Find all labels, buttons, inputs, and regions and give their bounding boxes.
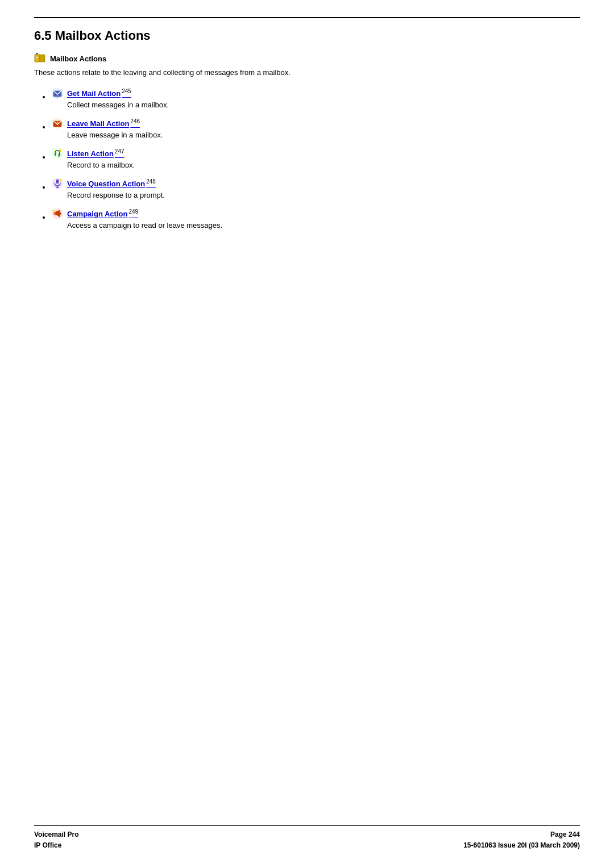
section-header: Mailbox Actions (34, 52, 580, 65)
footer-company: IP Office (34, 840, 78, 851)
svg-point-33 (52, 210, 53, 211)
get-mail-action-link[interactable]: Get Mail Action245 (67, 88, 131, 98)
campaign-icon (51, 207, 64, 220)
item-row: Leave Mail Action246 (51, 117, 580, 130)
item-desc: Record to a mailbox. (67, 161, 580, 169)
item-desc: Record response to a prompt. (67, 191, 580, 199)
list-item: Listen Action247 Record to a mailbox. (51, 147, 580, 169)
voice-question-icon (51, 177, 64, 190)
leave-mail-icon (51, 117, 64, 130)
svg-point-16 (59, 149, 61, 152)
svg-rect-2 (36, 56, 38, 59)
svg-point-35 (53, 210, 55, 211)
svg-rect-22 (56, 180, 59, 183)
get-mail-icon (51, 87, 64, 99)
page-container: 6.5 Mailbox Actions Mailbox Actions Thes… (0, 0, 614, 868)
list-item: Leave Mail Action246 Leave message in a … (51, 117, 580, 139)
footer-issue: 15-601063 Issue 20I (03 March 2009) (463, 840, 580, 851)
campaign-action-link[interactable]: Campaign Action249 (67, 208, 138, 218)
top-border (34, 17, 580, 18)
svg-point-25 (60, 180, 62, 181)
svg-point-34 (52, 212, 53, 213)
list-item: Get Mail Action245 Collect messages in a… (51, 87, 580, 109)
item-desc: Access a campaign to read or leave messa… (67, 221, 580, 229)
svg-rect-32 (54, 212, 56, 215)
svg-rect-15 (59, 153, 60, 156)
item-row: Get Mail Action245 (51, 87, 580, 99)
footer-left: Voicemail Pro IP Office (34, 829, 78, 851)
footer-right: Page 244 15-601063 Issue 20I (03 March 2… (463, 829, 580, 851)
leave-mail-action-link[interactable]: Leave Mail Action246 (67, 118, 140, 128)
voice-question-action-link[interactable]: Voice Question Action248 (67, 178, 156, 188)
listen-action-link[interactable]: Listen Action247 (67, 148, 125, 158)
item-row: Listen Action247 (51, 147, 580, 160)
item-row: Voice Question Action248 (51, 177, 580, 190)
footer-page-number: Page 244 (463, 829, 580, 840)
intro-text: These actions relate to the leaving and … (34, 68, 580, 77)
item-desc: Collect messages in a mailbox. (67, 101, 580, 109)
item-desc: Leave message in a mailbox. (67, 131, 580, 139)
svg-rect-4 (36, 53, 38, 54)
item-row: Campaign Action249 (51, 207, 580, 220)
listen-icon (51, 147, 64, 160)
section-header-title: Mailbox Actions (50, 55, 106, 63)
mailbox-actions-icon (34, 52, 47, 65)
svg-rect-14 (55, 153, 56, 156)
svg-point-13 (52, 148, 63, 159)
items-list: Get Mail Action245 Collect messages in a… (34, 87, 580, 229)
list-item: Voice Question Action248 Record response… (51, 177, 580, 199)
list-item: Campaign Action249 Access a campaign to … (51, 207, 580, 229)
page-title: 6.5 Mailbox Actions (34, 28, 580, 43)
page-footer: Voicemail Pro IP Office Page 244 15-6010… (34, 825, 580, 851)
footer-product: Voicemail Pro (34, 829, 78, 840)
